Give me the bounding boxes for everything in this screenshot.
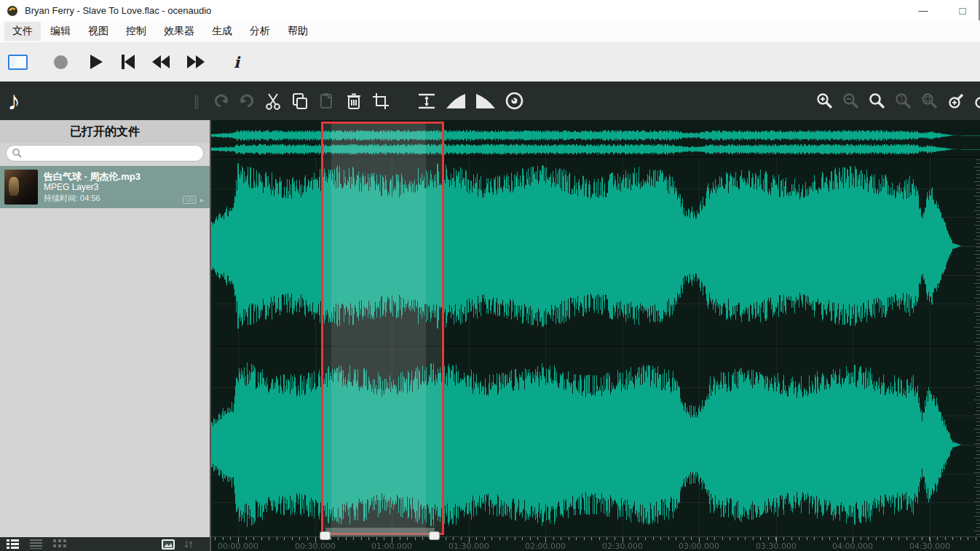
maximize-button[interactable]: □ bbox=[955, 4, 970, 17]
file-duration: 持续时间: 04:56 bbox=[44, 193, 141, 204]
record-button[interactable] bbox=[54, 55, 68, 69]
menu-view[interactable]: 视图 bbox=[80, 22, 116, 41]
gain-knob-icon[interactable] bbox=[505, 91, 524, 111]
info-button[interactable]: i bbox=[234, 53, 240, 71]
title-bar: Bryan Ferry - Slave To Love.flac - ocena… bbox=[0, 0, 980, 20]
waveform-area bbox=[211, 120, 980, 551]
menu-file[interactable]: 文件 bbox=[4, 22, 41, 41]
compact-list-icon[interactable] bbox=[30, 539, 42, 549]
file-expand-icon[interactable]: ▸ bbox=[200, 196, 204, 204]
file-title: 告白气球 - 周杰伦.mp3 bbox=[44, 171, 141, 182]
selection-scroll-band[interactable] bbox=[325, 528, 435, 536]
sidebar-header: 已打开的文件 bbox=[0, 120, 210, 143]
adjust-level-icon[interactable] bbox=[416, 92, 437, 111]
menu-control[interactable]: 控制 bbox=[118, 22, 154, 41]
search-input[interactable] bbox=[6, 145, 204, 162]
menu-effects[interactable]: 效果器 bbox=[156, 22, 202, 41]
selection-handle-right[interactable] bbox=[429, 531, 440, 540]
paste-icon[interactable] bbox=[317, 92, 336, 111]
file-list-item[interactable]: 告白气球 - 周杰伦.mp3 MPEG Layer3 持续时间: 04:56 C… bbox=[0, 166, 210, 208]
transport-toolbar: i 32 kHz stereo -0000:01:27.287 ↔ ⊏⊐ ▼ bbox=[0, 42, 980, 82]
zoom-in-icon[interactable] bbox=[815, 92, 834, 111]
menu-help[interactable]: 帮助 bbox=[280, 22, 316, 41]
selection-box[interactable] bbox=[321, 122, 444, 535]
window-title: Bryan Ferry - Slave To Love.flac - ocena… bbox=[25, 5, 211, 16]
undo-icon[interactable] bbox=[213, 92, 230, 110]
vertical-zoom-out-icon[interactable] bbox=[973, 92, 980, 111]
album-art bbox=[4, 170, 38, 205]
list-view-icon[interactable] bbox=[7, 539, 19, 549]
menu-edit[interactable]: 编辑 bbox=[42, 22, 79, 41]
zoom-fit-icon[interactable] bbox=[868, 92, 887, 111]
vertical-zoom-in-icon[interactable] bbox=[947, 92, 965, 111]
sort-icon[interactable] bbox=[183, 539, 194, 550]
sidebar-status-bar bbox=[0, 537, 210, 551]
file-badge-icon: CD bbox=[183, 196, 196, 204]
menu-generate[interactable]: 生成 bbox=[204, 22, 240, 41]
fast-forward-icon2 bbox=[196, 55, 205, 68]
delete-icon[interactable] bbox=[344, 92, 363, 111]
stop-button[interactable] bbox=[8, 55, 28, 70]
fade-in-icon[interactable] bbox=[445, 92, 467, 111]
zoom-out-icon[interactable] bbox=[842, 92, 861, 111]
rewind-button[interactable] bbox=[152, 55, 170, 68]
fast-forward-icon bbox=[187, 55, 196, 68]
menu-bar: 文件 编辑 视图 控制 效果器 生成 分析 帮助 bbox=[0, 20, 980, 42]
search-icon bbox=[12, 148, 22, 158]
cut-icon[interactable] bbox=[264, 92, 282, 111]
fast-forward-button[interactable] bbox=[187, 55, 205, 68]
zoom-one-to-one-icon[interactable]: 1 bbox=[894, 92, 913, 111]
redo-icon[interactable] bbox=[238, 92, 256, 110]
skip-triangle-icon bbox=[125, 55, 135, 69]
selection-handle-left[interactable] bbox=[320, 531, 331, 540]
music-note-icon: ♪ bbox=[7, 87, 41, 116]
trim-icon[interactable] bbox=[371, 92, 390, 111]
copy-icon[interactable] bbox=[291, 92, 309, 111]
sidebar-opened-files: 已打开的文件 告白气球 - 周杰伦.mp3 MPEG Layer3 持续时间: … bbox=[0, 120, 211, 551]
edit-toolbar: ♪ ∥ bbox=[0, 82, 980, 120]
app-logo-icon bbox=[6, 4, 19, 17]
svg-text:1: 1 bbox=[900, 96, 904, 103]
menu-analyze[interactable]: 分析 bbox=[242, 22, 278, 41]
thumbnail-toggle-icon[interactable] bbox=[162, 539, 175, 550]
file-format: MPEG Layer3 bbox=[44, 182, 141, 193]
zoom-selection-icon[interactable] bbox=[920, 92, 939, 111]
sidebar-empty-area bbox=[0, 208, 210, 537]
fade-out-icon[interactable] bbox=[475, 92, 497, 111]
rewind-icon2 bbox=[161, 55, 170, 68]
toolbar-separator: ∥ bbox=[193, 92, 202, 110]
rewind-icon bbox=[152, 55, 161, 68]
skip-to-start-button[interactable] bbox=[122, 55, 135, 69]
minimize-button[interactable]: — bbox=[916, 5, 930, 16]
grid-view-icon[interactable] bbox=[53, 539, 68, 549]
play-button[interactable] bbox=[90, 55, 103, 69]
